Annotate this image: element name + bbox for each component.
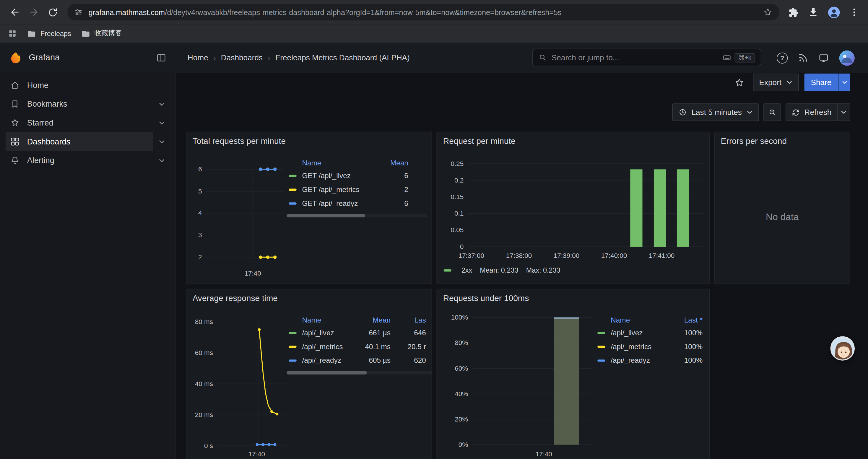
kiosk-monitor-icon[interactable] <box>818 52 829 63</box>
sidebar-link-starred[interactable]: Starred <box>6 113 153 132</box>
breadcrumb-home[interactable]: Home <box>188 53 208 62</box>
bookmarks-bar: Freeleaps 收藏博客 <box>0 24 868 43</box>
legend-header-name[interactable]: Name <box>302 158 377 167</box>
bookmark-item-blogs[interactable]: 收藏博客 <box>81 29 122 38</box>
time-range-picker[interactable]: Last 5 minutes <box>672 103 759 121</box>
home-icon <box>10 80 20 90</box>
legend-row[interactable]: /api/_metrics 40.1 ms 20.5 r <box>286 340 433 354</box>
dashboards-grid-icon <box>10 137 20 147</box>
url-bar[interactable]: grafana.mathmast.com/d/deytv4rwavabkb/fr… <box>67 4 779 21</box>
grafana-logo[interactable] <box>9 51 23 64</box>
chevron-down-icon[interactable] <box>153 96 170 112</box>
y-axis-tick: 0 s <box>188 442 213 450</box>
back-icon <box>9 6 20 18</box>
legend-table: Name Mean GET /api/_livez 6 GET /api/_me… <box>286 157 427 221</box>
legend-row[interactable]: GET /api/_metrics 2 <box>286 183 427 196</box>
y-axis-tick: 80 ms <box>188 318 213 326</box>
legend-scrollbar[interactable] <box>286 214 427 218</box>
chevron-down-icon[interactable] <box>153 152 170 169</box>
series-color-chip <box>597 332 605 334</box>
breadcrumb-separator: › <box>268 53 270 62</box>
bookmark-icon <box>10 99 20 109</box>
legend-row[interactable]: 2xx <box>444 267 472 274</box>
panel-title[interactable]: Total requests per minute <box>193 136 286 145</box>
sidebar-toggle-icon[interactable] <box>153 49 169 66</box>
y-axis-tick: 20% <box>441 415 468 423</box>
legend-header-last[interactable]: Last * <box>667 316 703 324</box>
legend-row[interactable]: /api/_livez 100% <box>595 326 703 340</box>
sidebar-link-alerting[interactable]: Alerting <box>6 151 153 170</box>
panel-total-requests-per-minute: Total requests per minute 6 5 4 3 2 17:4… <box>186 132 432 285</box>
browser-menu-icon[interactable] <box>849 7 859 17</box>
sidebar-item-dashboards: Dashboards <box>0 132 176 151</box>
breadcrumb-dashboards[interactable]: Dashboards <box>221 53 262 62</box>
share-caret-button[interactable] <box>838 73 850 91</box>
legend-header-name[interactable]: Name <box>611 316 667 324</box>
scrollbar-thumb[interactable] <box>286 214 365 218</box>
rss-news-icon[interactable] <box>798 53 808 63</box>
y-axis-tick: 0.2 <box>440 176 464 184</box>
floating-avatar[interactable] <box>831 336 855 360</box>
panel-title[interactable]: Average response time <box>193 293 278 302</box>
favorite-star-icon[interactable] <box>731 74 747 91</box>
line-chart-canvas <box>217 318 289 451</box>
zoom-out-button[interactable] <box>764 103 781 121</box>
grafana-header: Grafana Home › Dashboards › Freeleaps Me… <box>0 43 868 72</box>
series-color-chip <box>444 269 452 271</box>
x-axis-tick: 17:37:00 <box>454 252 489 259</box>
sidebar-item-alerting: Alerting <box>0 151 176 170</box>
legend-row[interactable]: /api/_livez 661 µs 646 <box>286 326 433 340</box>
extensions-icon[interactable] <box>788 7 799 18</box>
legend-row[interactable]: GET /api/_livez 6 <box>286 169 427 183</box>
search-placeholder: Search or jump to... <box>552 53 718 62</box>
sidebar-link-home[interactable]: Home <box>6 76 170 95</box>
legend-row[interactable]: /api/_metrics 100% <box>595 340 703 354</box>
chevron-down-icon[interactable] <box>153 114 170 131</box>
legend-scrollbar[interactable] <box>286 371 433 374</box>
legend-row[interactable]: GET /api/_readyz 6 <box>286 196 427 210</box>
chevron-down-icon <box>840 109 847 116</box>
y-axis-tick: 0 <box>440 243 464 251</box>
sidebar-link-bookmarks[interactable]: Bookmarks <box>6 95 153 113</box>
site-info-icon[interactable] <box>74 8 83 17</box>
legend-header-mean[interactable]: Mean <box>360 316 391 324</box>
refresh-button[interactable]: Refresh <box>785 103 838 121</box>
share-button[interactable]: Share <box>804 73 838 91</box>
chevron-down-icon[interactable] <box>153 133 170 150</box>
panel-requests-under-100ms: Requests under 100ms 100% 80% 60% 40% 20… <box>436 289 710 459</box>
back-button[interactable] <box>6 3 25 22</box>
user-avatar[interactable] <box>839 50 855 65</box>
bookmark-star-icon[interactable] <box>763 7 773 17</box>
scrollbar-thumb[interactable] <box>286 371 367 374</box>
folder-icon <box>81 29 90 38</box>
sidebar-item-home: Home <box>0 76 176 95</box>
series-color-chip <box>289 359 296 361</box>
bookmark-item-freeleaps[interactable]: Freeleaps <box>27 29 71 38</box>
help-icon[interactable]: ? <box>777 52 788 63</box>
apps-grid-icon[interactable] <box>8 29 17 38</box>
panel-title[interactable]: Request per minute <box>443 136 516 145</box>
legend-header-last[interactable]: Las <box>391 316 433 324</box>
legend-header-name[interactable]: Name <box>302 316 360 324</box>
shortcut-chip: ⌘+k <box>735 53 755 62</box>
search-input[interactable]: Search or jump to... ⌘+k <box>532 49 761 66</box>
legend-row[interactable]: /api/_readyz 100% <box>595 354 703 367</box>
panel-title[interactable]: Requests under 100ms <box>443 293 529 302</box>
breadcrumb-separator: › <box>213 53 216 62</box>
downloads-icon[interactable] <box>808 6 819 18</box>
forward-button[interactable] <box>24 3 43 22</box>
reload-button[interactable] <box>43 3 62 22</box>
profile-avatar-icon[interactable] <box>828 6 840 19</box>
x-axis-tick: 17:40 <box>522 450 566 458</box>
panel-title[interactable]: Errors per second <box>721 136 787 145</box>
series-color-chip <box>289 189 296 191</box>
refresh-interval-caret[interactable] <box>837 103 850 121</box>
bookmark-label: Freeleaps <box>40 30 71 37</box>
sidebar-link-dashboards[interactable]: Dashboards <box>6 132 153 151</box>
y-axis-tick: 100% <box>441 314 468 321</box>
search-shortcut: ⌘+k <box>723 53 755 62</box>
export-button[interactable]: Export <box>753 73 799 91</box>
legend-row[interactable]: /api/_readyz 605 µs 620 <box>286 354 433 367</box>
legend-header-mean[interactable]: Mean <box>377 158 408 167</box>
y-axis-tick: 0.25 <box>440 160 464 167</box>
